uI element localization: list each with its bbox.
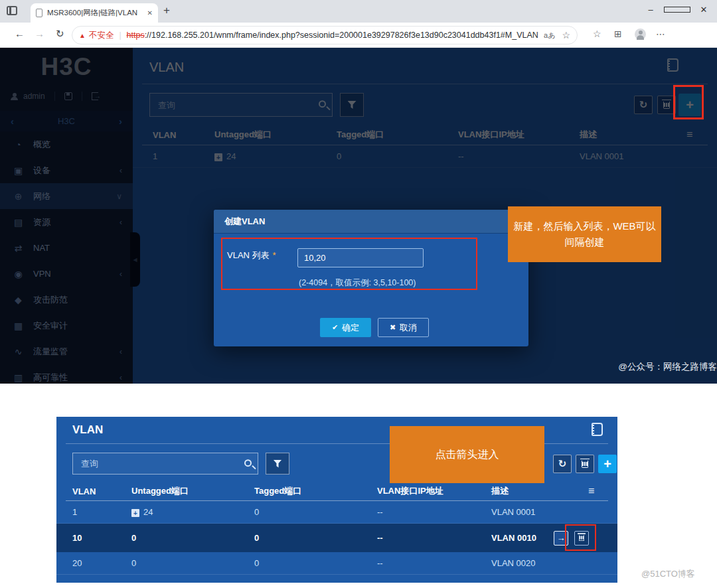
help-book-icon[interactable] — [592, 423, 603, 436]
browser-address-bar: ← → ↻ ▲ 不安全 | https ://192.168.255.201/w… — [0, 23, 717, 48]
annotation-box-vlan-field — [221, 238, 477, 290]
refresh-button[interactable] — [553, 455, 572, 473]
search-icon[interactable] — [244, 459, 252, 467]
callout-create-hint: 新建，然后输入列表，WEB可以间隔创建 — [508, 206, 661, 262]
trash-icon — [582, 461, 588, 468]
expand-icon[interactable]: + — [131, 509, 139, 517]
more-menu-icon[interactable]: ⋯ — [656, 29, 665, 39]
minimize-button[interactable]: – — [637, 0, 664, 23]
table-row-vlan20[interactable]: 20 0 0 -- VLAN 0020 — [56, 552, 617, 575]
page-icon — [36, 9, 42, 17]
browser-tab[interactable]: MSR3600|网络|链路|VLAN ✕ — [31, 3, 158, 23]
table-header: VLANUntagged端口Tagged端口VLAN接口IP地址描述 — [56, 483, 617, 499]
vertical-tabs-icon[interactable] — [7, 6, 17, 15]
x-icon: ✖ — [390, 323, 396, 332]
cancel-button[interactable]: ✖取消 — [378, 318, 429, 337]
filter-icon — [274, 460, 282, 468]
column-settings-icon[interactable] — [588, 485, 617, 497]
table-row-vlan1[interactable]: 1 +24 0 -- VLAN 0001 — [56, 501, 617, 524]
close-window-button[interactable]: ✕ — [690, 0, 717, 23]
ok-button[interactable]: ✔确定 — [320, 318, 371, 337]
table-row-vlan10[interactable]: 10 0 0 -- VLAN 0010 → — [56, 524, 617, 552]
close-tab-icon[interactable]: ✕ — [147, 9, 153, 17]
new-tab-button[interactable]: + — [163, 4, 170, 17]
annotation-box-arrow-button — [565, 524, 596, 551]
dialog-title: 创建VLAN — [214, 210, 528, 234]
favorites-icon[interactable]: ☆ — [593, 29, 601, 39]
page: MSR3600|网络|链路|VLAN ✕ + – ✕ ← → ↻ ▲ 不安全 |… — [0, 0, 717, 588]
reload-icon[interactable]: ↻ — [56, 28, 64, 40]
window-controls: – ✕ — [637, 0, 717, 23]
url-text: ://192.168.255.201/wnm/frame/index.php?s… — [145, 31, 540, 40]
profile-icon[interactable] — [635, 29, 646, 40]
security-warning-label: 不安全 — [89, 30, 114, 41]
forward-icon[interactable]: → — [35, 28, 44, 39]
blog-watermark: @公众号：网络之路博客 — [550, 361, 717, 373]
collections-icon[interactable]: ⊞ — [614, 29, 622, 39]
51cto-watermark: @51CTO博客 — [641, 568, 695, 580]
callout-enter-hint: 点击箭头进入 — [390, 426, 544, 483]
check-icon: ✔ — [332, 323, 338, 332]
delete-button[interactable] — [576, 455, 594, 473]
search-input[interactable] — [73, 459, 258, 469]
panel-title: VLAN — [72, 423, 103, 437]
annotation-box-add-button — [673, 85, 704, 119]
url-protocol: https — [127, 31, 145, 40]
tab-title: MSR3600|网络|链路|VLAN — [47, 8, 143, 18]
maximize-button[interactable] — [664, 0, 690, 23]
translate-icon[interactable]: aあ — [544, 31, 555, 40]
search-box — [72, 453, 258, 475]
address-field[interactable]: ▲ 不安全 | https ://192.168.255.201/wnm/fra… — [72, 26, 578, 44]
add-favorite-icon[interactable]: ☆ — [562, 30, 570, 40]
add-vlan-button[interactable]: + — [598, 455, 617, 473]
back-icon[interactable]: ← — [15, 28, 25, 39]
filter-button[interactable] — [266, 453, 289, 475]
browser-tab-strip: MSR3600|网络|链路|VLAN ✕ + – ✕ — [0, 0, 717, 23]
security-warning-icon: ▲ — [79, 32, 86, 39]
